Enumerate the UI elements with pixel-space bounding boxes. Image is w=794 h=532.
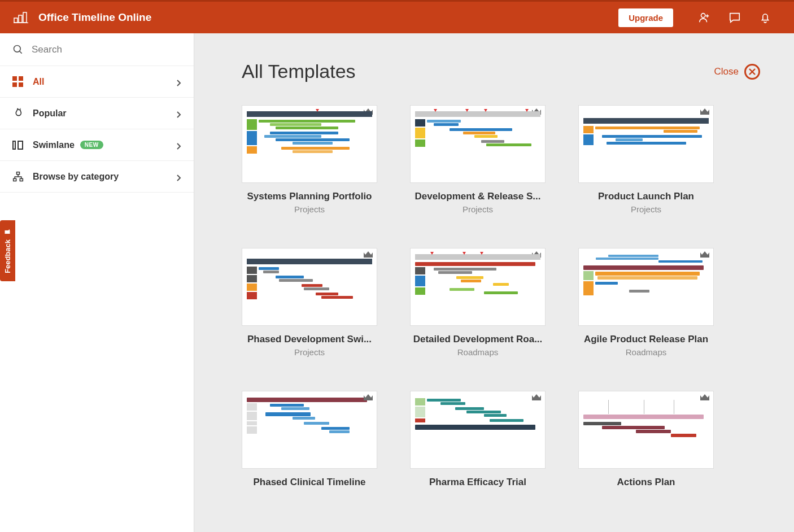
template-thumb (242, 105, 377, 183)
template-category: Projects (578, 204, 714, 214)
svg-rect-11 (20, 178, 23, 181)
svg-rect-2 (23, 12, 27, 23)
template-title: Product Launch Plan (578, 191, 714, 202)
feedback-tab[interactable]: Feedback (0, 220, 15, 281)
template-thumb (410, 391, 546, 469)
template-card[interactable]: Phased Development Swi... Projects (242, 248, 377, 357)
sidebar-item-label: All (33, 77, 44, 87)
main-content: All Templates Close Systems Planning Por… (194, 33, 794, 532)
sidebar: All Popular Swimlane NEW (0, 33, 194, 532)
crown-icon (531, 394, 542, 404)
sidebar-item-label: Swimlane (33, 140, 75, 150)
chat-icon[interactable] (728, 11, 741, 24)
template-title: Phased Development Swi... (242, 334, 377, 345)
hierarchy-icon (12, 171, 24, 182)
chevron-right-icon (176, 142, 181, 148)
svg-point-7 (14, 45, 21, 52)
template-category: Projects (410, 204, 546, 214)
template-title: Detailed Development Roa... (410, 334, 546, 345)
sidebar-item-label: Browse by category (33, 172, 119, 182)
template-thumb (578, 105, 714, 183)
template-title: Actions Plan (578, 477, 714, 488)
template-grid: Systems Planning Portfolio Projects Deve… (242, 105, 760, 490)
svg-rect-0 (14, 18, 18, 23)
template-title: Development & Release S... (410, 191, 546, 202)
template-title: Pharma Efficacy Trial (410, 477, 546, 488)
chevron-right-icon (176, 174, 181, 180)
template-card[interactable]: Pharma Efficacy Trial (410, 391, 546, 490)
template-thumb (578, 248, 714, 326)
search-row[interactable] (0, 33, 194, 66)
feedback-label: Feedback (3, 239, 12, 273)
chevron-right-icon (176, 111, 181, 116)
grid-icon (12, 76, 24, 88)
sidebar-item-popular[interactable]: Popular (0, 98, 194, 129)
template-thumb (242, 391, 377, 469)
crown-icon (700, 108, 710, 118)
page-title: All Templates (242, 60, 714, 82)
svg-rect-9 (17, 172, 20, 174)
template-card[interactable]: Systems Planning Portfolio Projects (242, 105, 377, 214)
close-icon (744, 64, 760, 80)
crown-icon (363, 394, 373, 404)
bell-icon[interactable] (759, 11, 771, 24)
search-icon (12, 44, 24, 55)
chevron-right-icon (176, 79, 181, 85)
template-thumb (410, 248, 546, 326)
app-logo-icon (14, 12, 28, 23)
template-card[interactable]: Phased Clinical Timeline (242, 391, 377, 490)
template-card[interactable]: Agile Product Release Plan Roadmaps (578, 248, 714, 357)
svg-rect-1 (19, 15, 22, 23)
template-thumb (242, 248, 377, 326)
template-card[interactable]: Development & Release S... Projects (410, 105, 546, 214)
new-badge: NEW (80, 141, 103, 149)
sidebar-item-swimlane[interactable]: Swimlane NEW (0, 129, 194, 161)
flame-icon (12, 108, 24, 119)
template-category: Projects (242, 204, 377, 214)
upgrade-button[interactable]: Upgrade (618, 8, 673, 27)
close-button[interactable]: Close (714, 64, 760, 80)
sidebar-item-browse-category[interactable]: Browse by category (0, 161, 194, 193)
swimlane-icon (12, 139, 24, 151)
add-user-icon[interactable] (698, 11, 710, 24)
template-title: Agile Product Release Plan (578, 334, 714, 345)
template-title: Systems Planning Portfolio (242, 191, 377, 202)
app-title: Office Timeline Online (38, 11, 151, 24)
svg-point-4 (701, 14, 705, 18)
template-category: Projects (242, 347, 377, 357)
sidebar-item-all[interactable]: All (0, 66, 194, 98)
template-category: Roadmaps (578, 347, 714, 357)
template-title: Phased Clinical Timeline (242, 477, 377, 488)
template-card[interactable]: Actions Plan (578, 391, 714, 490)
template-thumb (410, 105, 546, 183)
crown-icon (700, 251, 710, 261)
svg-line-8 (20, 51, 22, 53)
template-category: Roadmaps (410, 347, 546, 357)
search-input[interactable] (32, 44, 181, 55)
close-label: Close (714, 66, 739, 77)
template-card[interactable]: Detailed Development Roa... Roadmaps (410, 248, 546, 357)
template-card[interactable]: Product Launch Plan Projects (578, 105, 714, 214)
sidebar-item-label: Popular (33, 108, 67, 119)
header-bar: Office Timeline Online Upgrade (0, 0, 794, 33)
svg-rect-10 (14, 178, 16, 181)
template-thumb (578, 391, 714, 469)
